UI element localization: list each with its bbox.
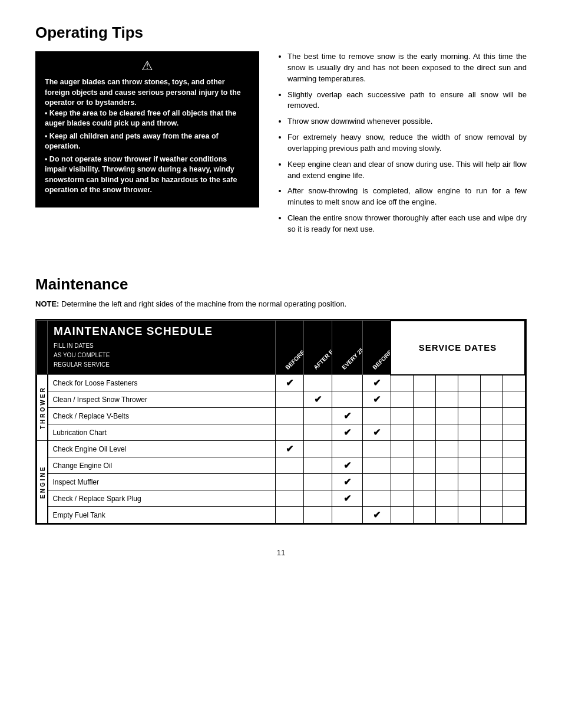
svc-date-5 xyxy=(480,424,503,441)
svc-date-4 xyxy=(458,474,480,490)
checkmark-icon: ✔ xyxy=(343,477,351,487)
tip-7: Clean the entire snow thrower thoroughly… xyxy=(287,213,527,235)
fuel-before-storage: ✔ xyxy=(362,507,391,523)
svc-date-3 xyxy=(435,408,458,424)
svc-date-6 xyxy=(503,441,525,457)
col-header-before-each-use: BEFORE EACH USE xyxy=(275,321,303,375)
tip-1: The best time to remove snow is the earl… xyxy=(287,51,527,85)
warning-bullet-1: Keep the area to be cleared free of all … xyxy=(45,108,250,129)
check-loose-before-each: ✔ xyxy=(275,375,303,391)
warning-text-bold: The auger blades can throw stones, toys,… xyxy=(45,77,250,196)
oil-level-after-each xyxy=(303,441,332,457)
table-row: Lubrication Chart ✔ ✔ xyxy=(37,424,525,441)
col-header-after-each-use: AFTER EACH USE xyxy=(303,321,332,375)
svc-date-6 xyxy=(503,408,525,424)
checkmark-icon: ✔ xyxy=(343,411,351,421)
svc-date-6 xyxy=(503,391,525,408)
header-row: MAINTENANCE SCHEDULE FILL IN DATES AS YO… xyxy=(37,321,525,375)
svc-date-5 xyxy=(480,441,503,457)
warning-intro: The auger blades can throw stones, toys,… xyxy=(45,77,250,108)
schedule-sub-title: FILL IN DATES AS YOU COMPLETE REGULAR SE… xyxy=(54,341,269,370)
change-oil-every-25: ✔ xyxy=(332,457,362,474)
note-label: NOTE: xyxy=(35,299,59,308)
svc-date-1 xyxy=(391,457,413,474)
svc-date-5 xyxy=(480,391,503,408)
svc-date-3 xyxy=(435,490,458,507)
change-oil-before-each xyxy=(275,457,303,474)
svc-date-4 xyxy=(458,490,480,507)
table-row: Inspect Muffler ✔ xyxy=(37,474,525,490)
lub-after-each xyxy=(303,424,332,441)
table-row: ENGINE Check Engine Oil Level ✔ xyxy=(37,441,525,457)
col-label-every-25: EVERY 25 HOURS OR EVERY SEASON xyxy=(340,321,362,371)
schedule-table: MAINTENANCE SCHEDULE FILL IN DATES AS YO… xyxy=(37,320,525,523)
lub-every-25: ✔ xyxy=(332,424,362,441)
warning-bullet-3: Do not operate snow thrower if weather c… xyxy=(45,154,250,196)
checkmark-icon: ✔ xyxy=(373,427,381,437)
task-clean-inspect: Clean / Inspect Snow Thrower xyxy=(48,391,276,408)
svc-date-4 xyxy=(458,408,480,424)
svc-date-5 xyxy=(480,457,503,474)
svc-date-2 xyxy=(413,424,435,441)
tip-6: After snow-throwing is completed, allow … xyxy=(287,186,527,208)
svc-date-3 xyxy=(435,375,458,391)
fuel-after-each xyxy=(303,507,332,523)
warning-box: ⚠ The auger blades can throw stones, toy… xyxy=(35,51,259,207)
tip-3: Throw snow downwind whenever possible. xyxy=(287,116,527,127)
thrower-label: THROWER xyxy=(37,375,48,441)
checkmark-icon: ✔ xyxy=(343,493,351,503)
svc-date-3 xyxy=(435,474,458,490)
svc-date-1 xyxy=(391,474,413,490)
oil-level-before-storage xyxy=(362,441,391,457)
spark-before-each xyxy=(275,490,303,507)
vbelts-every-25: ✔ xyxy=(332,408,362,424)
muffler-after-each xyxy=(303,474,332,490)
svc-date-4 xyxy=(458,391,480,408)
muffler-every-25: ✔ xyxy=(332,474,362,490)
table-row: THROWER Check for Loose Fasteners ✔ ✔ xyxy=(37,375,525,391)
svc-date-3 xyxy=(435,507,458,523)
svc-date-6 xyxy=(503,457,525,474)
svc-date-6 xyxy=(503,490,525,507)
svc-date-4 xyxy=(458,507,480,523)
check-loose-before-storage: ✔ xyxy=(362,375,391,391)
spark-before-storage xyxy=(362,490,391,507)
svc-date-5 xyxy=(480,408,503,424)
svc-date-2 xyxy=(413,507,435,523)
col-label-after-each-use: AFTER EACH USE xyxy=(312,330,332,371)
change-oil-after-each xyxy=(303,457,332,474)
svc-date-6 xyxy=(503,474,525,490)
clean-after-each: ✔ xyxy=(303,391,332,408)
muffler-before-each xyxy=(275,474,303,490)
checkmark-icon: ✔ xyxy=(343,427,351,437)
svc-date-3 xyxy=(435,441,458,457)
spark-after-each xyxy=(303,490,332,507)
warning-bullet-2: Keep all children and pets away from the… xyxy=(45,131,250,152)
svc-date-1 xyxy=(391,507,413,523)
schedule-title-cell: MAINTENANCE SCHEDULE FILL IN DATES AS YO… xyxy=(48,321,276,375)
svc-date-6 xyxy=(503,375,525,391)
svc-date-6 xyxy=(503,507,525,523)
svc-date-5 xyxy=(480,507,503,523)
checkmark-icon: ✔ xyxy=(373,378,381,388)
schedule-body: THROWER Check for Loose Fasteners ✔ ✔ Cl… xyxy=(37,375,525,523)
tips-right: The best time to remove snow is the earl… xyxy=(277,51,527,240)
svc-date-3 xyxy=(435,391,458,408)
checkmark-icon: ✔ xyxy=(373,510,381,520)
tips-list: The best time to remove snow is the earl… xyxy=(277,51,527,235)
svc-date-3 xyxy=(435,457,458,474)
check-loose-after-each xyxy=(303,375,332,391)
as-you-text: AS YOU COMPLETE xyxy=(54,352,110,358)
table-row: Check / Replace V-Belts ✔ xyxy=(37,408,525,424)
svc-date-5 xyxy=(480,375,503,391)
engine-label: ENGINE xyxy=(37,441,48,523)
checkmark-icon: ✔ xyxy=(286,444,293,454)
lub-before-storage: ✔ xyxy=(362,424,391,441)
warning-icon: ⚠ xyxy=(45,58,250,74)
svc-date-4 xyxy=(458,457,480,474)
maintenance-schedule: MAINTENANCE SCHEDULE FILL IN DATES AS YO… xyxy=(35,319,527,525)
note-line: NOTE: Determine the left and right sides… xyxy=(35,299,527,308)
table-row: Empty Fuel Tank ✔ xyxy=(37,507,525,523)
maintenance-section: Maintenance NOTE: Determine the left and… xyxy=(35,275,527,525)
checkmark-icon: ✔ xyxy=(314,394,322,404)
